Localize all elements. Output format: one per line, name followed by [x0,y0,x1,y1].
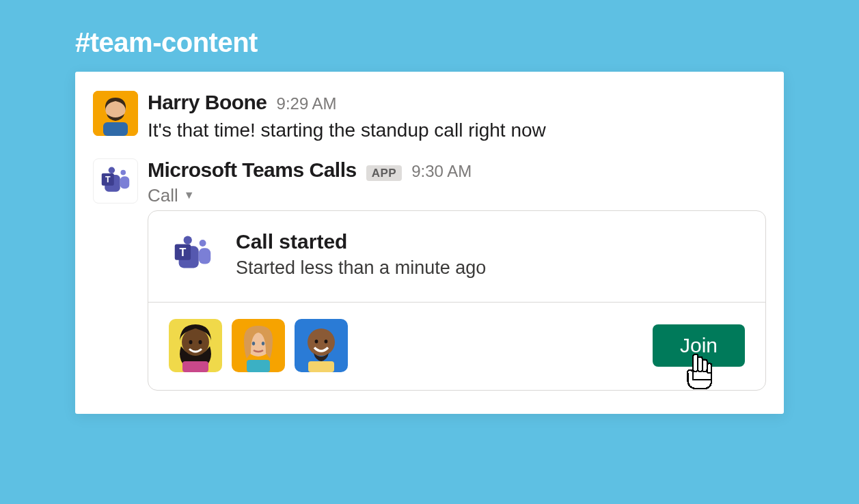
svg-point-23 [262,341,264,346]
svg-point-28 [325,339,328,344]
message-row: Harry Boone 9:29 AM It's that time! star… [93,91,766,143]
svg-rect-6 [120,176,130,188]
svg-point-4 [120,170,126,176]
svg-rect-12 [199,249,211,264]
call-card-footer: Join [148,302,765,390]
svg-rect-19 [182,361,208,372]
svg-rect-24 [247,360,270,372]
call-title: Call started [236,230,486,253]
call-card-header: T Call started Started less than a minut… [148,211,765,302]
message-timestamp: 9:30 AM [411,163,472,180]
app-badge: APP [366,165,402,181]
svg-point-9 [184,236,192,244]
svg-point-22 [252,341,255,346]
call-card-icon: T [169,230,217,278]
participant-list [169,319,348,372]
ms-teams-icon: T [97,163,134,199]
message-timestamp: 9:29 AM [277,95,337,113]
call-dropdown-label: Call [148,185,178,206]
chevron-down-icon: ▼ [184,189,195,201]
svg-rect-33 [707,363,712,373]
message-text: It's that time! starting the standup cal… [148,117,766,143]
svg-point-27 [315,339,318,344]
ms-teams-icon: T [169,230,217,278]
call-attachment: T Call started Started less than a minut… [148,210,766,391]
svg-point-17 [189,340,193,344]
svg-rect-30 [694,354,698,372]
message-card: Harry Boone 9:29 AM It's that time! star… [75,72,784,414]
user-avatar-icon [93,91,138,136]
call-dropdown[interactable]: Call ▼ [148,185,766,206]
svg-point-18 [199,340,202,344]
join-button-label: Join [680,334,718,356]
participant-avatar[interactable] [295,319,348,372]
teams-app-avatar[interactable]: T [93,158,138,204]
svg-rect-29 [308,361,334,372]
participant-avatar[interactable] [169,319,222,372]
participant-avatar[interactable] [232,319,285,372]
message-sender[interactable]: Harry Boone [148,91,267,113]
svg-text:T: T [105,175,111,184]
svg-text:T: T [180,246,187,258]
avatar[interactable] [93,91,138,136]
svg-rect-2 [103,122,128,136]
svg-rect-31 [698,356,703,371]
svg-rect-32 [703,359,707,371]
message-row: T Microsoft Teams Calls APP 9:30 AM Call… [93,158,766,206]
join-button[interactable]: Join [653,324,745,367]
call-subtitle: Started less than a minute ago [236,257,486,279]
svg-point-10 [200,240,206,247]
svg-point-3 [109,167,115,173]
message-sender[interactable]: Microsoft Teams Calls [148,158,357,181]
channel-name: #team-content [75,27,784,58]
